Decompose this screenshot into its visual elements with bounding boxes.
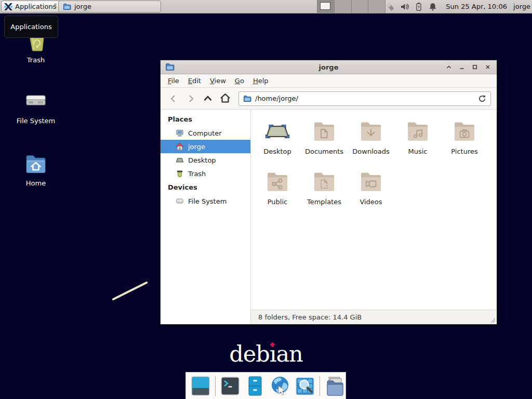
home-folder-icon — [23, 151, 48, 176]
file-label: Videos — [360, 198, 382, 206]
show-desktop-icon — [190, 376, 211, 396]
pictures-folder-icon — [452, 118, 477, 143]
sidebar-item-label: File System — [188, 197, 227, 205]
dock-separator — [320, 376, 320, 396]
sidebar-item-desktop[interactable]: Desktop — [161, 153, 250, 167]
file-label: Public — [268, 198, 287, 206]
file-cabinet-icon — [245, 376, 265, 396]
debian-logo: debıan — [0, 342, 532, 366]
file-manager-launcher[interactable] — [245, 376, 265, 396]
file-music[interactable]: Music — [394, 118, 441, 155]
drive-icon — [176, 197, 184, 205]
directory-icon — [324, 376, 345, 396]
home-button[interactable] — [218, 91, 232, 106]
graphics-tablet-icon[interactable] — [386, 2, 395, 11]
menu-edit[interactable]: Edit — [188, 77, 201, 85]
shade-button[interactable] — [445, 63, 453, 71]
workspace-window-thumbnail — [320, 2, 330, 10]
reload-icon[interactable] — [478, 95, 486, 103]
desktop-icon — [176, 156, 184, 164]
maximize-button[interactable] — [471, 63, 479, 71]
templates-folder-icon — [312, 168, 337, 193]
top-panel: Applications jorge — [0, 0, 532, 14]
menu-go[interactable]: Go — [235, 77, 244, 85]
trash-small-icon — [176, 169, 184, 178]
devices-header: Devices — [161, 180, 250, 194]
workspace-2[interactable] — [335, 0, 352, 13]
file-label: Downloads — [352, 148, 389, 155]
workspace-1[interactable] — [317, 0, 335, 13]
status-bar: 8 folders, Free space: 14.4 GiB — [251, 310, 497, 324]
up-button[interactable] — [201, 91, 215, 106]
panel-separator-handle[interactable] — [54, 4, 57, 10]
taskbar-window-button[interactable]: jorge — [58, 1, 161, 12]
directory-launcher[interactable] — [324, 376, 345, 396]
location-path-text[interactable]: /home/jorge/ — [255, 95, 474, 102]
sidebar-item-jorge[interactable]: jorge — [161, 140, 250, 153]
minimize-button[interactable] — [458, 63, 466, 71]
window-folder-icon — [63, 3, 71, 11]
show-desktop-button[interactable] — [190, 376, 211, 396]
forward-button[interactable] — [183, 91, 198, 106]
file-public[interactable]: Public — [254, 168, 301, 206]
file-desktop[interactable]: Desktop — [254, 118, 301, 155]
terminal-launcher[interactable] — [220, 376, 241, 396]
system-tray — [386, 2, 437, 11]
app-finder-launcher[interactable] — [295, 376, 315, 396]
panel-clock[interactable]: Sun 25 Apr, 10:06 — [446, 3, 507, 10]
applications-tooltip: Applications — [4, 16, 58, 38]
file-templates[interactable]: Templates — [301, 168, 348, 206]
file-videos[interactable]: Videos — [348, 168, 394, 206]
file-label: Templates — [307, 198, 341, 206]
file-documents[interactable]: Documents — [301, 118, 348, 155]
file-label: Music — [408, 148, 428, 155]
terminal-icon — [220, 376, 241, 396]
downloads-folder-icon — [358, 118, 383, 143]
close-button[interactable] — [484, 63, 492, 71]
hard-drive-icon — [23, 88, 48, 113]
sidebar-item-computer[interactable]: Computer — [161, 126, 250, 140]
applications-menu-button[interactable]: Applications — [1, 1, 61, 12]
file-downloads[interactable]: Downloads — [348, 118, 394, 155]
menu-bar: File Edit View Go Help — [161, 74, 497, 88]
music-folder-icon — [405, 118, 430, 143]
sidebar-item-file-system[interactable]: File System — [161, 194, 250, 208]
menu-file[interactable]: File — [168, 77, 179, 85]
web-browser-launcher[interactable] — [270, 376, 290, 396]
dock-panel — [185, 372, 346, 399]
sidebar-item-label: Desktop — [188, 156, 216, 164]
volume-icon[interactable] — [400, 2, 409, 11]
file-icon-view[interactable]: Desktop Documents Downloads — [251, 110, 497, 310]
workspace-4[interactable] — [368, 0, 385, 13]
panel-user-label[interactable]: jorge — [513, 3, 530, 10]
taskbar-window-label: jorge — [74, 3, 91, 10]
sidebar-item-label: Computer — [188, 129, 222, 137]
location-folder-icon — [243, 95, 251, 103]
sidebar-item-trash[interactable]: Trash — [161, 167, 250, 180]
xfce-logo-icon — [4, 2, 13, 11]
location-bar[interactable]: /home/jorge/ — [238, 91, 491, 106]
desktop-icon-label: File System — [17, 117, 55, 125]
desktop-icon-label: Trash — [27, 56, 45, 64]
menu-view[interactable]: View — [210, 77, 226, 85]
menu-help[interactable]: Help — [253, 77, 269, 85]
tooltip-text: Applications — [10, 23, 51, 31]
app-finder-icon — [295, 376, 315, 396]
file-pictures[interactable]: Pictures — [441, 118, 488, 155]
workspace-switcher[interactable] — [317, 0, 385, 13]
workspace-3[interactable] — [352, 0, 369, 13]
window-titlebar[interactable]: jorge — [161, 60, 497, 74]
battery-charging-icon[interactable] — [414, 2, 423, 11]
documents-folder-icon — [312, 118, 337, 143]
back-button[interactable] — [166, 91, 181, 106]
sidebar-item-label: Trash — [188, 170, 206, 178]
desktop-icon-label: Home — [26, 179, 46, 187]
toolbar: /home/jorge/ — [161, 88, 497, 110]
resize-grip[interactable] — [489, 317, 496, 323]
status-text: 8 folders, Free space: 14.4 GiB — [258, 313, 362, 321]
desktop-icon-file-system[interactable]: File System — [11, 88, 61, 125]
stray-line — [110, 278, 151, 303]
desktop-icon-home[interactable]: Home — [11, 151, 61, 187]
notifications-bell-icon[interactable] — [428, 2, 437, 11]
file-manager-window: jorge File Edit View Go Help — [160, 60, 497, 325]
